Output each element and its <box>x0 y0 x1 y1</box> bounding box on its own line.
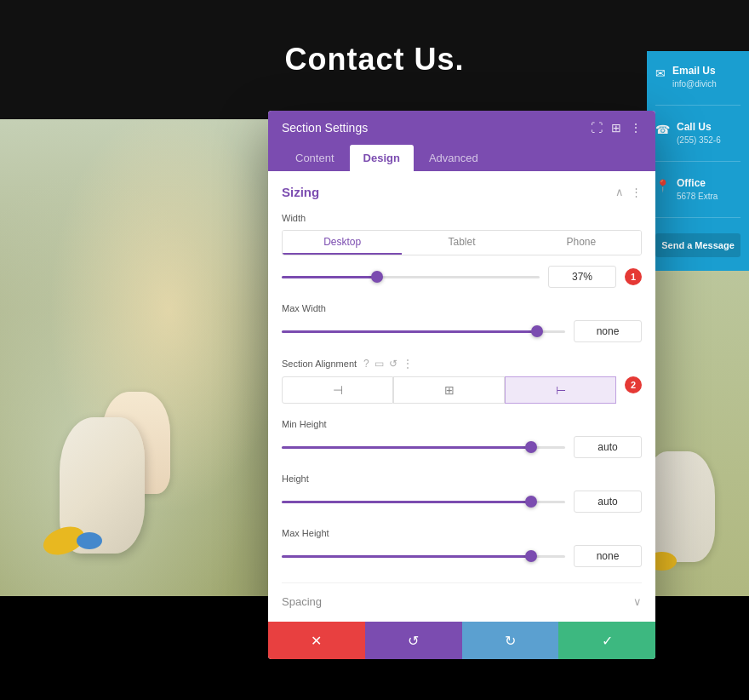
alignment-buttons: ⊣ ⊞ ⊢ 2 <box>282 376 642 404</box>
sidebar-divider-1 <box>655 105 740 106</box>
min-height-label: Min Height <box>282 419 642 429</box>
sidebar-phone: ☎ Call Us (255) 352-6 <box>655 121 740 146</box>
max-height-input[interactable] <box>574 545 642 567</box>
max-height-field-group: Max Height <box>282 528 642 567</box>
email-value: info@divich <box>672 78 717 89</box>
phone-icon: ☎ <box>655 123 670 136</box>
device-tab-desktop[interactable]: Desktop <box>283 231 402 255</box>
height-slider-row <box>282 491 642 513</box>
height-input[interactable] <box>574 491 642 513</box>
redo-icon: ↻ <box>505 633 516 649</box>
height-slider[interactable] <box>282 493 565 510</box>
email-label: Email Us <box>672 65 717 77</box>
sizing-section-header: Sizing ∧ ⋮ <box>282 185 642 199</box>
device-tabs: Desktop Tablet Phone <box>282 230 642 255</box>
office-icon: 📍 <box>655 179 670 192</box>
left-background-image <box>0 119 281 596</box>
align-right-button[interactable]: ⊢ <box>505 376 616 404</box>
phone-label: Call Us <box>677 121 721 133</box>
save-button[interactable]: ✓ <box>558 622 655 659</box>
tab-advanced[interactable]: Advanced <box>415 145 492 171</box>
more-alignment-icon[interactable]: ⋮ <box>403 358 413 370</box>
min-height-field-group: Min Height <box>282 419 642 458</box>
max-height-label: Max Height <box>282 528 642 538</box>
width-field-group: Width Desktop Tablet Phone 1 <box>282 213 642 288</box>
align-left-icon: ⊣ <box>333 383 343 397</box>
width-badge: 1 <box>625 268 642 285</box>
height-label: Height <box>282 473 642 484</box>
office-label: Office <box>677 177 718 189</box>
office-value: 5678 Extra <box>677 191 718 202</box>
sidebar-divider-3 <box>655 217 740 218</box>
align-left-button[interactable]: ⊣ <box>282 376 393 404</box>
modal-body: Sizing ∧ ⋮ Width Desktop Tablet Phone <box>268 171 655 622</box>
reset-button[interactable]: ↺ <box>365 622 462 659</box>
modal-header: Section Settings ⛶ ⊞ ⋮ <box>268 111 655 145</box>
section-alignment-field-group: Section Alignment ? ▭ ↺ ⋮ ⊣ ⊞ ⊢ 2 <box>282 358 642 404</box>
tab-content[interactable]: Content <box>282 145 348 171</box>
collapse-icon[interactable]: ∧ <box>615 186 624 198</box>
contact-header: Contact Us. <box>0 0 749 119</box>
reset-alignment-icon[interactable]: ↺ <box>389 358 397 370</box>
min-height-slider[interactable] <box>282 439 565 456</box>
section-alignment-controls: ? ▭ ↺ ⋮ <box>363 358 413 370</box>
modal-title: Section Settings <box>282 121 368 135</box>
device-tab-tablet[interactable]: Tablet <box>402 231 521 255</box>
max-width-field-group: Max Width <box>282 303 642 342</box>
reset-icon: ↺ <box>408 633 419 649</box>
width-label: Width <box>282 213 642 223</box>
max-width-slider-row <box>282 320 642 342</box>
align-center-icon: ⊞ <box>444 383 455 397</box>
cancel-button[interactable]: ✕ <box>268 622 365 659</box>
sizing-header-icons: ∧ ⋮ <box>615 186 642 198</box>
min-height-input[interactable] <box>574 436 642 458</box>
redo-button[interactable]: ↻ <box>462 622 559 659</box>
sidebar-office: 📍 Office 5678 Extra <box>655 177 740 202</box>
cancel-icon: ✕ <box>311 633 322 649</box>
device-tab-phone[interactable]: Phone <box>522 231 641 255</box>
spacing-header[interactable]: Spacing ∨ <box>282 595 642 608</box>
sizing-title: Sizing <box>282 185 319 199</box>
phone-value: (255) 352-6 <box>677 135 721 146</box>
page-title: Contact Us. <box>284 42 464 77</box>
tab-design[interactable]: Design <box>350 145 414 171</box>
spacing-section: Spacing ∨ <box>282 582 642 608</box>
blue-sidebar: ✉ Email Us info@divich ☎ Call Us (255) 3… <box>647 51 749 271</box>
max-height-slider-row <box>282 545 642 567</box>
modal-tabs: Content Design Advanced <box>268 145 655 171</box>
min-height-slider-row <box>282 436 642 458</box>
spacing-title: Spacing <box>282 595 322 608</box>
copy-icon[interactable]: ▭ <box>374 358 384 370</box>
width-input[interactable] <box>548 266 616 288</box>
alignment-badge: 2 <box>625 376 642 393</box>
height-field-group: Height <box>282 473 642 513</box>
help-icon[interactable]: ? <box>363 358 369 370</box>
modal-footer: ✕ ↺ ↻ ✓ <box>268 622 655 659</box>
sidebar-email: ✉ Email Us info@divich <box>655 65 740 89</box>
width-slider[interactable] <box>282 268 540 285</box>
modal-header-icons: ⛶ ⊞ ⋮ <box>591 121 642 135</box>
max-height-slider[interactable] <box>282 548 565 565</box>
sizing-more-icon[interactable]: ⋮ <box>631 186 642 198</box>
section-settings-modal: Section Settings ⛶ ⊞ ⋮ Content Design Ad… <box>268 111 655 659</box>
section-alignment-header-row: Section Alignment ? ▭ ↺ ⋮ <box>282 358 642 370</box>
email-icon: ✉ <box>655 66 666 80</box>
align-center-button[interactable]: ⊞ <box>393 376 505 404</box>
max-width-label: Max Width <box>282 303 642 313</box>
more-options-icon[interactable]: ⋮ <box>630 121 642 135</box>
max-width-slider[interactable] <box>282 323 565 340</box>
sidebar-divider-2 <box>655 161 740 162</box>
send-message-button[interactable]: Send a Message <box>655 233 740 257</box>
align-right-icon: ⊢ <box>556 383 566 397</box>
width-slider-row: 1 <box>282 266 642 288</box>
section-alignment-label: Section Alignment <box>282 359 357 369</box>
save-icon: ✓ <box>602 633 613 649</box>
columns-icon[interactable]: ⊞ <box>611 121 621 135</box>
fullscreen-icon[interactable]: ⛶ <box>591 121 603 135</box>
spacing-chevron-icon: ∨ <box>633 595 642 608</box>
max-width-input[interactable] <box>574 320 642 342</box>
